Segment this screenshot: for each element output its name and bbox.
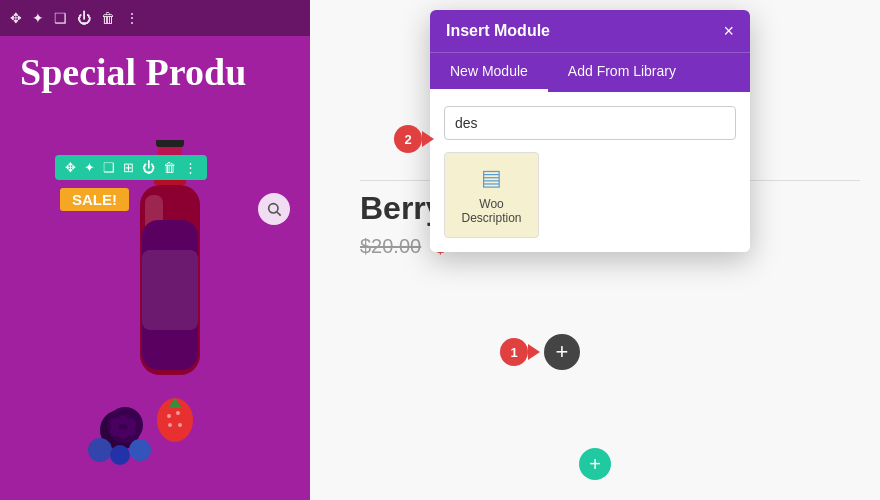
toolbar-icon-settings[interactable]: ✦ bbox=[32, 10, 44, 26]
product-duplicate-icon[interactable]: ❑ bbox=[103, 160, 115, 175]
svg-point-20 bbox=[176, 411, 180, 415]
search-icon-circle[interactable] bbox=[258, 193, 290, 225]
module-search-input[interactable] bbox=[444, 106, 736, 140]
svg-rect-7 bbox=[142, 250, 198, 330]
woo-description-icon: ▤ bbox=[481, 165, 502, 191]
step1-arrow bbox=[528, 344, 540, 360]
tab-new-module[interactable]: New Module bbox=[430, 53, 548, 92]
left-panel: ✥ ✦ ❑ ⏻ 🗑 ⋮ Special Produ ✥ ✦ ❑ ⊞ ⏻ 🗑 ⋮ … bbox=[0, 0, 310, 500]
toolbar-icon-duplicate[interactable]: ❑ bbox=[54, 10, 67, 26]
product-move-icon[interactable]: ✥ bbox=[65, 160, 76, 175]
svg-point-24 bbox=[110, 445, 130, 465]
product-toolbar[interactable]: ✥ ✦ ❑ ⊞ ⏻ 🗑 ⋮ bbox=[55, 155, 207, 180]
toolbar-icon-more[interactable]: ⋮ bbox=[125, 10, 139, 26]
modal-title: Insert Module bbox=[446, 22, 550, 40]
add-section-button[interactable]: + bbox=[579, 448, 611, 480]
svg-line-1 bbox=[277, 212, 281, 216]
product-power-icon[interactable]: ⏻ bbox=[142, 160, 155, 175]
svg-point-22 bbox=[178, 423, 182, 427]
insert-module-modal[interactable]: Insert Module × New Module Add From Libr… bbox=[430, 10, 750, 252]
tab-add-from-library[interactable]: Add From Library bbox=[548, 53, 696, 92]
svg-point-16 bbox=[126, 426, 136, 436]
modal-close-button[interactable]: × bbox=[723, 22, 734, 40]
toolbar-icon-move[interactable]: ✥ bbox=[10, 10, 22, 26]
toolbar-icon-delete[interactable]: 🗑 bbox=[101, 10, 115, 26]
modal-header: Insert Module × bbox=[430, 10, 750, 52]
product-more-icon[interactable]: ⋮ bbox=[184, 160, 197, 175]
module-grid: ▤ Woo Description bbox=[444, 152, 736, 238]
step1-indicator: 1 + bbox=[500, 334, 580, 370]
modal-body: ▤ Woo Description bbox=[430, 92, 750, 252]
module-item-woo-description[interactable]: ▤ Woo Description bbox=[444, 152, 539, 238]
price-original: $20.00 bbox=[360, 235, 421, 257]
search-wrap bbox=[444, 106, 736, 140]
product-settings-icon[interactable]: ✦ bbox=[84, 160, 95, 175]
top-toolbar[interactable]: ✥ ✦ ❑ ⏻ 🗑 ⋮ bbox=[0, 0, 310, 36]
page-title: Special Produ bbox=[20, 50, 246, 94]
product-grid-icon[interactable]: ⊞ bbox=[123, 160, 134, 175]
svg-point-0 bbox=[269, 204, 278, 213]
module-item-label: Woo Description bbox=[453, 197, 530, 225]
svg-point-23 bbox=[88, 438, 112, 462]
product-delete-icon[interactable]: 🗑 bbox=[163, 160, 176, 175]
step1-badge: 1 bbox=[500, 338, 528, 366]
svg-point-19 bbox=[167, 414, 171, 418]
sale-badge: SALE! bbox=[60, 188, 129, 211]
toolbar-icon-grid[interactable]: ⏻ bbox=[77, 10, 91, 26]
svg-rect-8 bbox=[156, 140, 184, 147]
svg-point-21 bbox=[168, 423, 172, 427]
berries-illustration bbox=[70, 370, 230, 470]
svg-point-25 bbox=[129, 439, 151, 461]
modal-tabs: New Module Add From Library bbox=[430, 52, 750, 92]
add-module-button[interactable]: + bbox=[544, 334, 580, 370]
